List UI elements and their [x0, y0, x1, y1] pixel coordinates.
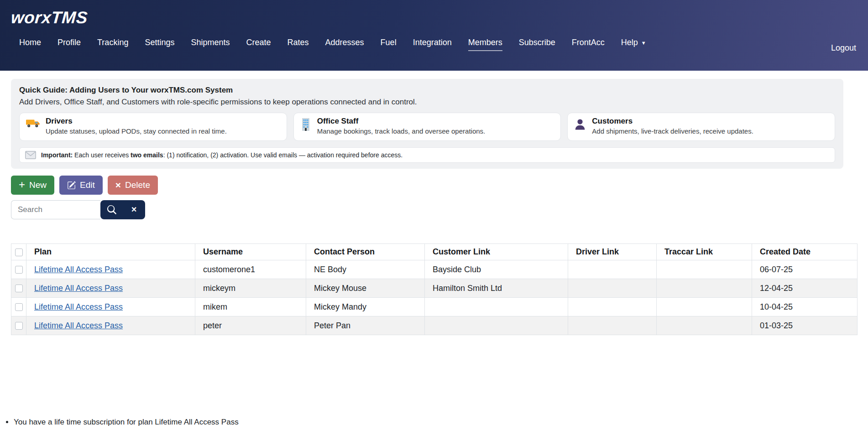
search-button[interactable]: [100, 200, 123, 219]
office-building-icon: [300, 118, 311, 133]
plan-link[interactable]: Lifetime All Access Pass: [34, 321, 123, 330]
created-date-cell: 01-03-25: [752, 316, 858, 335]
col-plan: Plan: [26, 244, 195, 260]
new-button[interactable]: + New: [11, 176, 54, 195]
plan-link[interactable]: Lifetime All Access Pass: [34, 265, 123, 274]
contact-person-cell: Peter Pan: [306, 316, 425, 335]
office-staff-card-desc: Manage bookings, track loads, and overse…: [317, 127, 486, 135]
nav-item[interactable]: Rates: [288, 38, 309, 47]
pencil-square-icon: [67, 181, 76, 190]
clear-icon: ×: [131, 205, 137, 214]
table-row: Lifetime All Access Pass mickeym Mickey …: [11, 279, 858, 298]
row-checkbox[interactable]: [15, 285, 23, 292]
members-table: Plan Username Contact Person Customer Li…: [11, 243, 858, 335]
x-icon: ×: [115, 180, 121, 190]
search-icon: [107, 205, 116, 214]
customer-link-cell: Bayside Club: [425, 260, 568, 279]
contact-person-cell: Mickey Mouse: [306, 279, 425, 298]
clear-search-button[interactable]: ×: [123, 200, 145, 219]
nav-item[interactable]: Create: [246, 38, 271, 47]
plus-icon: +: [19, 179, 25, 190]
office-staff-card-title: Office Staff: [317, 117, 486, 126]
username-cell: mickeym: [195, 279, 306, 298]
traccar-link-cell: [657, 298, 752, 316]
username-cell: peter: [195, 316, 306, 335]
traccar-link-cell: [657, 260, 752, 279]
actions-toolbar: + New Edit × Delete: [11, 176, 857, 195]
driver-link-cell: [568, 298, 657, 316]
customer-link-cell: [425, 316, 568, 335]
nav-item[interactable]: Home: [19, 38, 41, 47]
contact-person-cell: NE Body: [306, 260, 425, 279]
plan-link[interactable]: Lifetime All Access Pass: [34, 302, 123, 311]
quick-guide-subtitle: Add Drivers, Office Staff, and Customers…: [19, 98, 835, 107]
footer-notes: You have a life time subscription for pl…: [0, 418, 868, 427]
row-checkbox[interactable]: [15, 322, 23, 330]
nav-item[interactable]: Subscribe: [519, 38, 555, 47]
customer-link-cell: Hamilton Smith Ltd: [425, 279, 568, 298]
table-row: Lifetime All Access Pass mikem Mickey Ma…: [11, 298, 858, 316]
created-date-cell: 06-07-25: [752, 260, 858, 279]
nav-item[interactable]: FrontAcc: [572, 38, 605, 47]
office-staff-card: Office Staff Manage bookings, track load…: [293, 113, 561, 141]
col-created-date: Created Date: [752, 244, 858, 260]
envelope-icon: [25, 151, 36, 159]
nav-item[interactable]: Members: [468, 38, 502, 47]
nav-item[interactable]: Integration: [413, 38, 452, 47]
customers-card-desc: Add shipments, live-track deliveries, re…: [592, 127, 753, 135]
note-label: Important:: [41, 151, 73, 159]
nav-item[interactable]: Fuel: [381, 38, 397, 47]
customers-card: Customers Add shipments, live-track deli…: [567, 113, 835, 141]
created-date-cell: 10-04-25: [752, 298, 858, 316]
drivers-card-desc: Update statuses, upload PODs, stay conne…: [46, 127, 227, 135]
search-input[interactable]: [11, 200, 100, 219]
nav-item[interactable]: Tracking: [97, 38, 128, 47]
logout-link[interactable]: Logout: [831, 43, 856, 53]
contact-person-cell: Mickey Mandy: [306, 298, 425, 316]
col-customer-link: Customer Link: [425, 244, 568, 260]
col-traccar-link: Traccar Link: [657, 244, 752, 260]
note-bold: two emails: [131, 151, 163, 159]
search-actions: ×: [100, 200, 145, 219]
edit-button[interactable]: Edit: [59, 176, 103, 195]
table-row: Lifetime All Access Pass peter Peter Pan…: [11, 316, 858, 335]
nav-item[interactable]: Addresses: [325, 38, 364, 47]
col-username: Username: [195, 244, 306, 260]
select-all-checkbox[interactable]: [15, 249, 23, 256]
main-nav: Home Profile Tracking Settings Shipments…: [11, 38, 857, 47]
role-cards: Drivers Update statuses, upload PODs, st…: [19, 113, 835, 141]
top-navbar: worxTMS Home Profile Tracking Settings S…: [0, 0, 868, 71]
important-note: Important: Each user receives two emails…: [19, 147, 835, 163]
nav-item[interactable]: Shipments: [191, 38, 230, 47]
quick-guide-title: Quick Guide: Adding Users to Your worxTM…: [19, 86, 835, 95]
search-bar: ×: [11, 200, 857, 219]
driver-link-cell: [568, 260, 657, 279]
nav-item[interactable]: Profile: [58, 38, 81, 47]
username-cell: mikem: [195, 298, 306, 316]
row-checkbox[interactable]: [15, 266, 23, 274]
col-driver-link: Driver Link: [568, 244, 657, 260]
traccar-link-cell: [657, 279, 752, 298]
traccar-link-cell: [657, 316, 752, 335]
drivers-card-title: Drivers: [46, 117, 227, 126]
row-checkbox[interactable]: [15, 303, 23, 311]
table-header-row: Plan Username Contact Person Customer Li…: [11, 244, 858, 260]
chevron-down-icon: ▼: [641, 40, 646, 46]
app-logo: worxTMS: [10, 8, 89, 27]
quick-guide-panel: Quick Guide: Adding Users to Your worxTM…: [11, 79, 843, 169]
person-icon: [574, 118, 586, 132]
nav-item[interactable]: Help▼: [621, 38, 646, 47]
username-cell: customerone1: [195, 260, 306, 279]
driver-link-cell: [568, 316, 657, 335]
nav-item[interactable]: Settings: [145, 38, 174, 47]
delete-button[interactable]: × Delete: [108, 176, 158, 195]
driver-link-cell: [568, 279, 657, 298]
customers-card-title: Customers: [592, 117, 753, 126]
created-date-cell: 12-04-25: [752, 279, 858, 298]
col-contact-person: Contact Person: [306, 244, 425, 260]
plan-link[interactable]: Lifetime All Access Pass: [34, 284, 123, 293]
customer-link-cell: [425, 298, 568, 316]
subscription-note: You have a life time subscription for pl…: [14, 418, 868, 427]
table-row: Lifetime All Access Pass customerone1 NE…: [11, 260, 858, 279]
drivers-card: Drivers Update statuses, upload PODs, st…: [19, 113, 287, 141]
